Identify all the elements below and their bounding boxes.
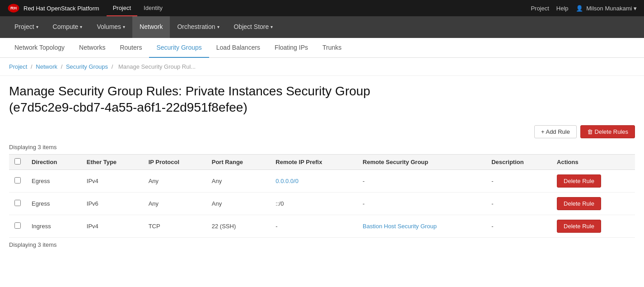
nav-objectstore-caret-icon: ▾: [271, 24, 273, 29]
subnav-trunks[interactable]: Trunks: [315, 38, 349, 58]
subnav-security-groups[interactable]: Security Groups: [149, 38, 209, 58]
table-header-checkbox: [9, 154, 26, 169]
row3-direction: Ingress: [26, 215, 81, 237]
user-menu[interactable]: 👤 Milson Munakami ▾: [576, 5, 637, 12]
nav-project-label: Project: [14, 23, 34, 30]
top-bar-tab-project[interactable]: Project: [107, 0, 137, 16]
logo-area: RH Red Hat OpenStack Platform: [7, 3, 99, 13]
nav-network-label: Network: [140, 23, 163, 30]
nav-volumes-caret-icon: ▾: [123, 24, 125, 29]
breadcrumb-current: Manage Security Group Rul...: [118, 63, 196, 70]
nav-volumes-label: Volumes: [97, 23, 121, 30]
nav-project-caret-icon: ▾: [36, 24, 38, 29]
count-label-top: Displaying 3 items: [9, 144, 635, 151]
help-link[interactable]: Help: [556, 5, 569, 12]
row1-port-range: Any: [206, 169, 271, 192]
subnav-networks[interactable]: Networks: [72, 38, 112, 58]
table-row: Ingress IPv4 TCP 22 (SSH) - Bastion Host…: [9, 215, 635, 237]
breadcrumb: Project / Network / Security Groups / Ma…: [0, 58, 644, 76]
breadcrumb-network[interactable]: Network: [36, 63, 57, 70]
row3-description: -: [486, 215, 551, 237]
row2-description: -: [486, 192, 551, 215]
row3-remote-sg[interactable]: Bastion Host Security Group: [357, 215, 486, 237]
nav-orchestration-caret-icon: ▾: [217, 24, 219, 29]
brand-label: Red Hat OpenStack Platform: [23, 5, 99, 12]
nav-compute-label: Compute: [53, 23, 79, 30]
row1-checkbox-cell: [9, 169, 26, 192]
nav-item-volumes[interactable]: Volumes ▾: [89, 16, 132, 38]
delete-rules-button[interactable]: 🗑 Delete Rules: [580, 125, 635, 138]
table-row: Egress IPv6 Any Any ::/0 - - Delete Rule: [9, 192, 635, 215]
top-bar-left: RH Red Hat OpenStack Platform Project Id…: [7, 0, 169, 16]
nav-item-project[interactable]: Project ▾: [7, 16, 46, 38]
row3-remote-ip: -: [270, 215, 357, 237]
user-icon: 👤: [576, 5, 583, 12]
row2-remote-sg: -: [357, 192, 486, 215]
nav-bar: Project ▾ Compute ▾ Volumes ▾ Network Or…: [0, 16, 644, 38]
security-rules-table: Direction Ether Type IP Protocol Port Ra…: [9, 154, 635, 238]
breadcrumb-sep-1: /: [31, 63, 34, 70]
row3-delete-button[interactable]: Delete Rule: [557, 220, 601, 233]
nav-compute-caret-icon: ▾: [80, 24, 82, 29]
row2-checkbox[interactable]: [14, 200, 21, 206]
nav-item-compute[interactable]: Compute ▾: [46, 16, 90, 38]
row2-checkbox-cell: [9, 192, 26, 215]
nav-orchestration-label: Orchestration: [177, 23, 215, 30]
row1-direction: Egress: [26, 169, 81, 192]
row2-direction: Egress: [26, 192, 81, 215]
col-direction: Direction: [26, 154, 81, 169]
row3-checkbox-cell: [9, 215, 26, 237]
breadcrumb-sep-3: /: [112, 63, 115, 70]
svg-text:RH: RH: [10, 5, 17, 10]
subnav-floating-ips[interactable]: Floating IPs: [267, 38, 315, 58]
table-row: Egress IPv4 Any Any 0.0.0.0/0 - - Delete…: [9, 169, 635, 192]
subnav-network-topology[interactable]: Network Topology: [7, 38, 72, 58]
col-description: Description: [486, 154, 551, 169]
col-port-range: Port Range: [206, 154, 271, 169]
top-bar-right: Project Help 👤 Milson Munakami ▾: [531, 5, 637, 12]
username-label: Milson Munakami: [586, 5, 632, 12]
row1-ip-protocol: Any: [143, 169, 206, 192]
row1-actions: Delete Rule: [551, 169, 635, 192]
page-content: Manage Security Group Rules: Private Ins…: [0, 76, 644, 259]
row3-port-range: 22 (SSH): [206, 215, 271, 237]
row1-remote-sg: -: [357, 169, 486, 192]
top-bar: RH Red Hat OpenStack Platform Project Id…: [0, 0, 644, 16]
row3-ether-type: IPv4: [81, 215, 143, 237]
breadcrumb-project[interactable]: Project: [9, 63, 27, 70]
row2-ether-type: IPv6: [81, 192, 143, 215]
nav-item-objectstore[interactable]: Object Store ▾: [227, 16, 280, 38]
redhat-logo-icon: RH: [7, 3, 20, 13]
col-remote-sg: Remote Security Group: [357, 154, 486, 169]
row1-remote-ip[interactable]: 0.0.0.0/0: [270, 169, 357, 192]
nav-item-orchestration[interactable]: Orchestration ▾: [170, 16, 226, 38]
breadcrumb-security-groups[interactable]: Security Groups: [66, 63, 108, 70]
row2-remote-ip: ::/0: [270, 192, 357, 215]
row1-checkbox[interactable]: [14, 177, 21, 183]
action-bar: + Add Rule 🗑 Delete Rules: [9, 125, 635, 138]
nav-item-network[interactable]: Network: [132, 16, 170, 38]
select-all-checkbox[interactable]: [14, 158, 21, 165]
col-ip-protocol: IP Protocol: [143, 154, 206, 169]
col-remote-ip: Remote IP Prefix: [270, 154, 357, 169]
subnav-load-balancers[interactable]: Load Balancers: [209, 38, 267, 58]
row2-ip-protocol: Any: [143, 192, 206, 215]
project-dropdown[interactable]: Project: [531, 5, 549, 12]
col-actions: Actions: [551, 154, 635, 169]
row1-delete-button[interactable]: Delete Rule: [557, 174, 601, 188]
top-bar-tab-identity[interactable]: Identity: [137, 0, 169, 16]
subnav-routers[interactable]: Routers: [112, 38, 149, 58]
count-label-bottom: Displaying 3 items: [9, 241, 635, 248]
col-ether-type: Ether Type: [81, 154, 143, 169]
row1-ether-type: IPv4: [81, 169, 143, 192]
table-header-row: Direction Ether Type IP Protocol Port Ra…: [9, 154, 635, 169]
row3-checkbox[interactable]: [14, 222, 21, 229]
row3-actions: Delete Rule: [551, 215, 635, 237]
row2-actions: Delete Rule: [551, 192, 635, 215]
user-caret-icon: ▾: [634, 5, 637, 12]
add-rule-button[interactable]: + Add Rule: [534, 125, 577, 138]
row2-port-range: Any: [206, 192, 271, 215]
row2-delete-button[interactable]: Delete Rule: [557, 197, 601, 210]
top-bar-tabs: Project Identity: [107, 0, 169, 16]
row3-ip-protocol: TCP: [143, 215, 206, 237]
